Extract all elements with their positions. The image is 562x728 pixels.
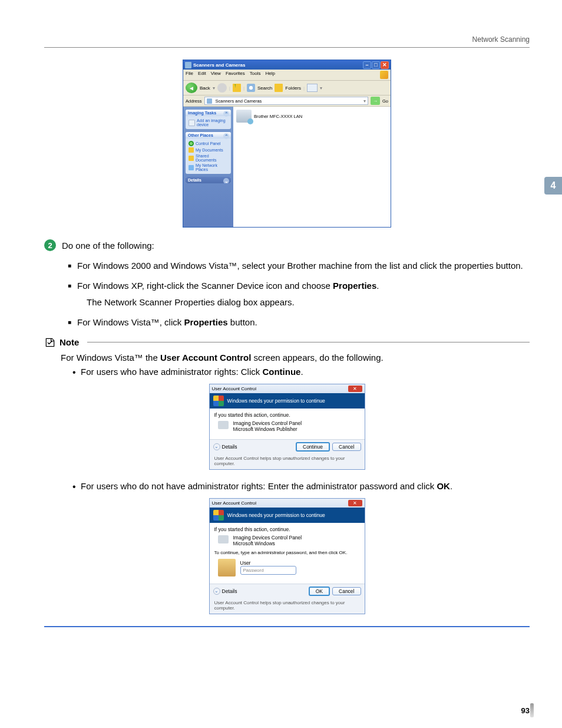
scanner-device[interactable]: Brother MFC-XXXX LAN	[236, 110, 388, 123]
step-number-badge: 2	[44, 239, 56, 251]
menu-edit[interactable]: Edit	[198, 71, 206, 79]
window-icon	[185, 62, 191, 68]
details-toggle[interactable]: ⌄ Details	[213, 443, 237, 450]
address-input[interactable]: Scanners and Cameras ▾	[204, 97, 368, 105]
footer-rule	[44, 626, 530, 627]
note-header: Note	[44, 337, 530, 348]
explorer-sidebar: Imaging Tasks ⌃ Add an imaging device Ot…	[183, 107, 233, 227]
uac-titlebar: User Account Control ✕	[210, 384, 365, 393]
address-label: Address	[186, 98, 202, 104]
header-rule	[44, 47, 530, 48]
search-label[interactable]: Search	[257, 85, 272, 91]
panel-header[interactable]: Imaging Tasks ⌃	[186, 110, 231, 116]
toolbar: ◄ Back ▾ | ↑ | Search Folders | ▾	[183, 81, 391, 95]
uac-banner: Windows needs your permission to continu…	[210, 393, 365, 409]
menu-help[interactable]: Help	[265, 71, 275, 79]
cancel-button[interactable]: Cancel	[332, 587, 361, 595]
uac-dialog-password: User Account Control ✕ Windows needs you…	[209, 498, 365, 614]
explorer-content: Brother MFC-XXXX LAN	[233, 107, 391, 227]
step-text: Do one of the following:	[62, 239, 154, 253]
collapse-icon[interactable]: ⌃	[223, 111, 229, 117]
minimize-button[interactable]: –	[363, 61, 371, 69]
note-list: For users who have administrator rights:…	[72, 365, 530, 379]
section-header: Network Scanning	[44, 35, 530, 44]
uac-title: User Account Control	[212, 386, 257, 391]
details-toggle[interactable]: ⌄ Details	[213, 588, 237, 595]
back-label: Back	[200, 85, 210, 91]
user-avatar	[218, 559, 236, 577]
note-label: Note	[59, 337, 79, 347]
ok-button[interactable]: OK	[309, 587, 330, 596]
sidebar-item-control-panel[interactable]: Control Panel	[189, 140, 228, 147]
chevron-down-icon: ⌄	[213, 588, 220, 595]
address-value: Scanners and Cameras	[216, 98, 262, 104]
uac-app-publisher: Microsoft Windows Publisher	[233, 426, 302, 432]
panel-header[interactable]: Other Places ⌃	[186, 132, 231, 139]
shield-icon	[213, 396, 224, 406]
panel-details: Details ⌄	[186, 177, 231, 183]
page-corner-decoration	[530, 703, 534, 717]
folders-label[interactable]: Folders	[285, 85, 301, 91]
option-vista: For Windows Vista™, click Properties but…	[68, 315, 530, 330]
dropdown-icon[interactable]: ▾	[320, 85, 322, 91]
note-icon	[44, 337, 56, 348]
option-winxp-sub: The Network Scanner Properties dialog bo…	[87, 295, 530, 309]
app-icon	[218, 421, 229, 429]
note-list-2: For users who do not have administrator …	[72, 479, 530, 493]
menu-file[interactable]: File	[186, 71, 193, 79]
folders-icon[interactable]	[275, 84, 283, 92]
views-icon[interactable]	[307, 84, 318, 92]
panel-other-places: Other Places ⌃ Control Panel My Document…	[186, 132, 231, 174]
app-icon	[218, 535, 229, 543]
sidebar-item-my-documents[interactable]: My Documents	[189, 147, 228, 153]
explorer-titlebar: Scanners and Cameras – □ ✕	[183, 60, 391, 70]
password-input[interactable]: Password	[240, 566, 296, 575]
shield-icon	[213, 510, 224, 521]
uac-password-instruction: To continue, type an administrator passw…	[214, 550, 360, 555]
note-lead: For Windows Vista™ the User Account Cont…	[61, 351, 530, 365]
uac-banner-text: Windows needs your permission to continu…	[227, 398, 325, 404]
step-options: For Windows 2000 and Windows Vista™, sel…	[68, 259, 530, 330]
menu-favorites[interactable]: Favorites	[226, 71, 245, 79]
option-win2000-vista: For Windows 2000 and Windows Vista™, sel…	[68, 259, 530, 273]
collapse-icon[interactable]: ⌃	[223, 133, 229, 139]
expand-icon[interactable]: ⌄	[223, 178, 229, 183]
folder-icon	[207, 98, 212, 104]
menu-view[interactable]: View	[211, 71, 221, 79]
sidebar-item-add-imaging-device[interactable]: Add an imaging device	[189, 118, 228, 127]
up-icon[interactable]: ↑	[233, 84, 241, 92]
uac-banner: Windows needs your permission to continu…	[210, 508, 365, 523]
continue-button[interactable]: Continue	[296, 442, 330, 452]
note-item-nonadmin: For users who do not have administrator …	[72, 479, 530, 493]
note-rule	[87, 342, 530, 342]
sidebar-item-my-network-places[interactable]: My Network Places	[189, 163, 228, 172]
go-label: Go	[382, 98, 388, 104]
panel-imaging-tasks: Imaging Tasks ⌃ Add an imaging device	[186, 110, 231, 129]
windows-logo-icon	[380, 71, 388, 79]
back-button[interactable]: ◄	[186, 83, 197, 93]
panel-header[interactable]: Details ⌄	[186, 177, 231, 183]
explorer-window: Scanners and Cameras – □ ✕ File Edit Vie…	[183, 60, 391, 228]
scanner-icon	[236, 110, 252, 123]
sidebar-item-shared-documents[interactable]: Shared Documents	[189, 153, 228, 163]
menubar: File Edit View Favorites Tools Help	[183, 70, 391, 81]
uac-instruction: If you started this action, continue.	[214, 412, 360, 418]
close-button[interactable]: ✕	[348, 386, 362, 392]
go-button[interactable]: →	[371, 97, 380, 105]
dropdown-icon[interactable]: ▾	[213, 85, 215, 91]
close-button[interactable]: ✕	[381, 61, 389, 69]
chevron-down-icon: ⌄	[213, 443, 220, 450]
option-winxp: For Windows XP, right-click the Scanner …	[68, 279, 530, 309]
maximize-button[interactable]: □	[372, 61, 380, 69]
chapter-tab: 4	[544, 177, 562, 195]
cancel-button[interactable]: Cancel	[332, 443, 361, 451]
menu-tools[interactable]: Tools	[250, 71, 261, 79]
forward-button[interactable]	[217, 83, 227, 93]
uac-app-name: Imaging Devices Control Panel	[233, 535, 302, 541]
uac-footer: User Account Control helps stop unauthor…	[210, 598, 365, 614]
search-icon[interactable]	[247, 84, 255, 92]
page-number: 93	[521, 706, 530, 715]
close-button[interactable]: ✕	[348, 500, 362, 506]
page: Network Scanning Scanners and Cameras – …	[44, 35, 530, 693]
chevron-down-icon[interactable]: ▾	[363, 98, 366, 104]
